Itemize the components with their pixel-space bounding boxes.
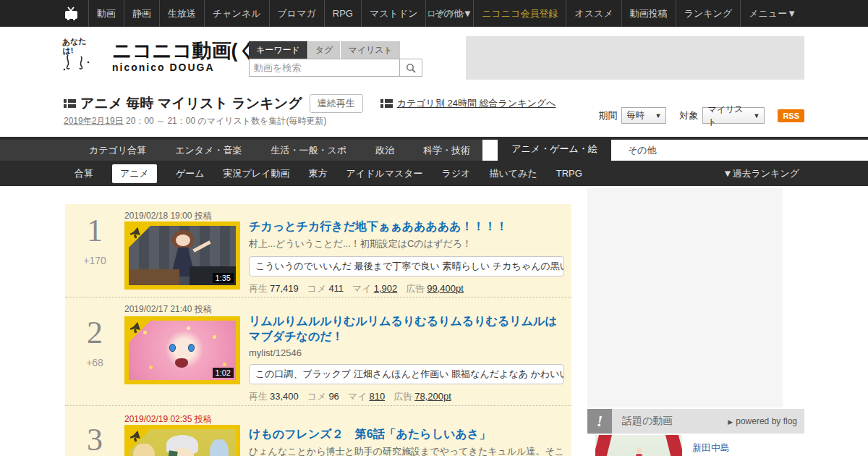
side-ad-placeholder [587,188,783,408]
target-label: 対象 [679,109,698,122]
subtab-touhou[interactable]: 東方 [308,167,327,180]
continuous-play-button[interactable]: 連続再生 [310,94,363,113]
subtab-idolmaster[interactable]: アイドルマスター [346,167,422,180]
curtain-left [595,435,612,456]
search-tabs: キーワード タグ マイリスト [249,41,422,59]
aggregation-summary: 2019年2月19日 20：00 ～ 21：00 のマイリスト数を集計(毎時更新… [64,115,326,127]
tab-category-all[interactable]: カテゴリ合算 [75,140,161,161]
subtab-game[interactable]: ゲーム [176,167,205,180]
subtab-radio[interactable]: ラジオ [442,167,471,180]
video-thumbnail[interactable]: 1:35 [124,221,240,290]
comment-count-label: コメ [307,283,327,294]
register-link[interactable]: ニコニコ会員登録 [473,0,566,27]
video-description: ひょんなことから博士と助手の研究施設までやってきたキュルル達。そこ... [249,445,564,456]
topic-video-thumbnail[interactable] [595,435,682,456]
mylist-count-label: マイ [352,283,372,294]
search-tab-mylist[interactable]: マイリスト [341,41,399,59]
powered-by-text: powered by flog [736,416,797,426]
video-title-link[interactable]: チカっとチカ行きだ地下ぁぁあああああ！！！！ [249,219,564,234]
category-ranking-link[interactable]: カテゴリ別 24時間 総合ランキングへ [397,97,556,110]
play-count: 77,419 [270,283,299,294]
rank-number: 1 [65,214,124,248]
video-description: 村上...どういうことだ...！初期設定はCのはずだろ！ [249,237,564,250]
figure-head [637,448,642,453]
tab-life-general[interactable]: 生活・一般・スポ [256,140,361,161]
search-icon [406,63,416,73]
curtain-right [665,435,682,456]
tab-other-category[interactable]: その他 [628,140,657,161]
topbar-item-live[interactable]: 生放送 [159,0,204,27]
topic-video-link[interactable]: 新田中島 [692,442,730,455]
doodle-text: あなた は! [61,35,109,55]
chevron-down-icon: ▼ [655,112,661,119]
topic-exclamation-icon: ! [587,409,612,434]
video-thumbnail[interactable] [124,425,240,456]
site-logo[interactable]: ニコニコ動画(く) niconico DOUGA [112,40,264,73]
search-tab-keyword[interactable]: キーワード [249,41,307,59]
summary-date-link[interactable]: 2019年2月19日 [64,116,124,126]
post-date-new: 2019/02/19 02:35 投稿 [124,413,212,426]
subtab-letsplay[interactable]: 実況プレイ動画 [224,167,290,180]
logo-main-text: ニコニコ動画(く) [112,40,264,62]
topbar-item-ranking[interactable]: ランキング [676,0,741,27]
video-thumbnail[interactable]: 1:02 [124,316,240,384]
subtab-total[interactable]: 合算 [75,167,93,180]
search-input[interactable] [249,59,400,77]
duration-badge: 1:02 [213,368,234,378]
search-tab-tag[interactable]: タグ [308,41,341,59]
topbar-item-recommend[interactable]: オススメ [566,0,621,27]
video-title-link[interactable]: けものフレンズ２ 第6話「あたらしいあさ」 [249,426,564,442]
period-select[interactable]: 毎時 ▼ [621,107,666,124]
login-link[interactable]: ログイン [419,0,473,27]
target-select[interactable]: マイリスト ▼ [702,107,765,124]
topbar-item-blomaga[interactable]: ブロマガ [269,0,324,27]
topbar-item-upload[interactable]: 動画投稿 [621,0,676,27]
tab-entertainment[interactable]: エンタメ・音楽 [161,140,256,161]
ad-points-label: 広告 [406,283,425,294]
subtab-anime-active[interactable]: アニメ [112,164,157,183]
topbar-item-rpg[interactable]: RPG [324,0,361,27]
rss-badge[interactable]: RSS [778,109,804,122]
ad-points-link[interactable]: 99,400pt [427,283,464,294]
tab-science-tech[interactable]: 科学・技術 [409,140,485,161]
powered-by-flog-link[interactable]: ▶powered by flog [728,416,797,426]
subtab-drawing[interactable]: 描いてみた [490,167,537,180]
tv-icon[interactable] [64,7,81,21]
ranking-controls: 期間 毎時 ▼ 対象 マイリスト ▼ RSS [598,107,804,124]
doodle-squiggle-icon [62,54,91,72]
ranking-item-3: 3 2019/02/19 02:35 投稿 [65,405,571,456]
comment-count-label: コメ [307,391,327,402]
ranking-grid-icon [64,99,76,108]
logo-sub-text: niconico DOUGA [112,62,264,73]
topbar-item-menu[interactable]: メニュー▼ [740,0,804,27]
mylist-count-label: マイ [348,391,367,402]
tab-politics[interactable]: 政治 [361,140,409,161]
search-module: キーワード タグ マイリスト [249,41,422,77]
play-icon: ▶ [728,418,733,426]
video-title-link[interactable]: リムルりムルルりむルリムるりむるりムるりむるリムルはマブダチなのだ！ [249,313,564,344]
search-button[interactable] [400,59,422,77]
mylist-count-link[interactable]: 810 [369,391,385,402]
comment-ticker: こういうのでいいんだ 最後まで丁寧で良い 素晴らしい チカちゃんの黒い部分 [249,256,564,276]
period-value: 毎時 [626,109,644,122]
topbar-item-mastodon[interactable]: マストドン [361,0,426,27]
ad-points-link[interactable]: 78,200pt [414,391,451,402]
rank-cell: 2 +68 [65,297,124,368]
ranking-list: 1 +170 2019/02/18 19:00 投稿 [65,204,571,456]
play-count-label: 再生 [249,283,268,294]
rank-number: 3 [65,423,124,456]
chevron-down-icon: ▼ [753,112,760,119]
tab-anime-game-art-active[interactable]: アニメ・ゲーム・絵 [498,137,611,161]
topbar-item-channel[interactable]: チャンネル [204,0,269,27]
topbar-item-seiga[interactable]: 静画 [124,0,159,27]
rank-delta: +170 [65,255,124,266]
topbar-item-video[interactable]: 動画 [88,0,124,27]
global-topbar: 動画 静画 生放送 チャンネル ブロマガ RPG マストドン その他▼ ログイン… [0,0,868,27]
page-title: アニメ 毎時 マイリスト ランキング [80,94,302,113]
subtab-trpg[interactable]: TRPG [556,168,582,179]
comment-ticker: この口調、ブラックブ 江畑さんほんと作画い 眼福なんだよなあ かわいい う゛ [249,364,564,384]
video-stats: 再生33,400コメ96マイ810広告78,200pt [249,390,564,403]
play-count: 33,400 [270,391,299,402]
past-ranking-link[interactable]: ▼過去ランキング [723,161,799,186]
mylist-count-link[interactable]: 1,902 [374,283,398,294]
